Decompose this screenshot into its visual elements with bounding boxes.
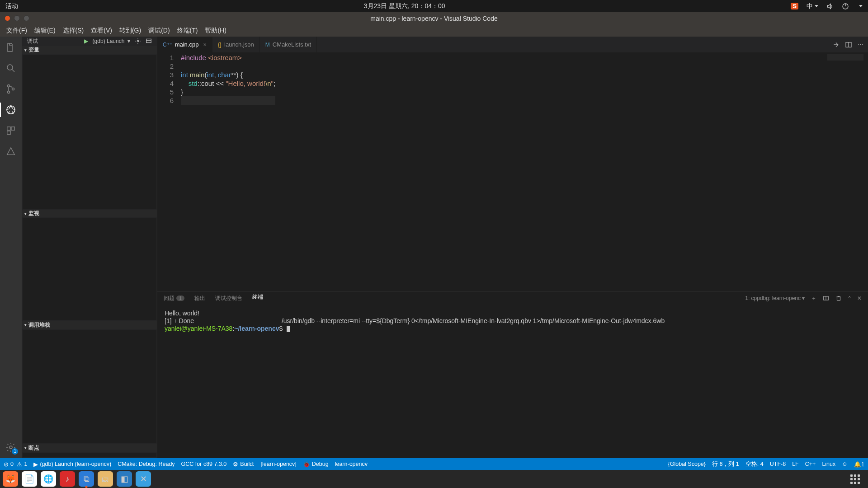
tab-label: main.cpp xyxy=(175,41,199,48)
settings-badge: 1 xyxy=(12,448,18,455)
debug-icon[interactable] xyxy=(5,103,17,116)
status-feedback-icon[interactable]: ☺ xyxy=(842,461,848,467)
callstack-section-header[interactable]: ▾调用堆栈 xyxy=(22,321,157,329)
debug-console-tab[interactable]: 调试控制台 xyxy=(215,295,242,302)
window-titlebar: main.cpp - learn-opencv - Visual Studio … xyxy=(0,12,868,24)
start-debug-button[interactable]: ▶ xyxy=(84,38,88,44)
terminal-tab[interactable]: 终端 xyxy=(252,293,263,303)
status-os[interactable]: Linux xyxy=(822,461,835,467)
svg-point-11 xyxy=(9,446,12,449)
dock: 🦊📄🌐♪⧉🗂◧✕ xyxy=(0,470,868,488)
extensions-icon[interactable] xyxy=(5,124,17,137)
dock-app2[interactable]: ✕ xyxy=(136,471,151,487)
dock-chrome[interactable]: 🌐 xyxy=(41,471,56,487)
status-errors[interactable]: ⊘ 0 ⚠ 1 xyxy=(4,461,27,468)
status-kit[interactable]: GCC for c89 7.3.0 xyxy=(181,461,227,467)
editor-tab[interactable]: {}launch.json xyxy=(212,37,260,52)
split-terminal-icon[interactable] xyxy=(823,295,829,301)
menu-item[interactable]: 查看(V) xyxy=(87,27,116,35)
svg-point-12 xyxy=(137,41,139,42)
svg-point-2 xyxy=(7,65,13,70)
editor-tab[interactable]: MCMakeLists.txt xyxy=(260,37,317,52)
debug-console-toggle-icon[interactable] xyxy=(146,38,152,44)
dock-files[interactable]: 🗂 xyxy=(98,471,113,487)
explorer-icon[interactable] xyxy=(5,41,17,54)
terminal-output[interactable]: Hello, world! [1] + Done /usr/bin/gdb --… xyxy=(157,305,868,458)
window-minimize-button[interactable] xyxy=(14,15,20,21)
kill-terminal-icon[interactable] xyxy=(835,295,842,301)
menu-item[interactable]: 终端(T) xyxy=(174,27,202,35)
status-bell-icon[interactable]: 🔔1 xyxy=(854,461,864,468)
close-tab-icon[interactable]: × xyxy=(203,41,207,48)
debug-sidebar: 调试 ▶ (gdb) Launch ▾ ▾变量 ▾监视 ▾调用堆栈 ▾断点 xyxy=(22,37,157,458)
minimap[interactable] xyxy=(818,52,868,291)
status-indent[interactable]: 空格: 4 xyxy=(745,460,764,468)
status-target[interactable]: [learn-opencv] xyxy=(261,461,297,467)
terminal-select[interactable]: 1: cppdbg: learn-openc ▾ xyxy=(745,295,805,301)
menu-item[interactable]: 帮助(H) xyxy=(201,27,230,35)
editor-tab[interactable]: C⁺⁺main.cpp× xyxy=(157,37,212,52)
output-tab[interactable]: 输出 xyxy=(194,295,205,302)
ime-indicator[interactable]: S xyxy=(791,3,798,9)
status-scope[interactable]: {Global Scope} xyxy=(668,461,706,467)
status-eol[interactable]: LF xyxy=(792,461,799,467)
settings-gear-icon[interactable]: 1 xyxy=(5,441,17,454)
language-indicator[interactable]: 中 xyxy=(807,2,818,10)
window-title: main.cpp - learn-opencv - Visual Studio … xyxy=(0,15,868,22)
status-language[interactable]: C++ xyxy=(805,461,816,467)
status-encoding[interactable]: UTF-8 xyxy=(770,461,786,467)
dock-netease[interactable]: ♪ xyxy=(60,471,75,487)
dock-firefox[interactable]: 🦊 xyxy=(3,471,18,487)
show-applications-button[interactable] xyxy=(847,471,863,487)
editor-tabs: C⁺⁺main.cpp×{}launch.jsonMCMakeLists.txt… xyxy=(157,37,868,52)
problems-tab[interactable]: 问题1 xyxy=(164,295,184,302)
menu-item[interactable]: 文件(F) xyxy=(3,27,31,35)
status-debug[interactable]: 🐞 Debug xyxy=(303,461,329,468)
status-launch-config[interactable]: ▶ (gdb) Launch (learn-opencv) xyxy=(33,461,111,468)
svg-rect-9 xyxy=(11,127,14,130)
volume-icon[interactable] xyxy=(826,3,834,10)
bottom-panel: 问题1 输出 调试控制台 终端 1: cppdbg: learn-openc ▾… xyxy=(157,291,868,458)
gnome-top-bar: 活动 3月23日 星期六, 20：04：00 S 中 xyxy=(0,0,868,12)
sidebar-title: 调试 xyxy=(27,38,38,45)
window-maximize-button[interactable] xyxy=(24,15,29,21)
menu-item[interactable]: 调试(D) xyxy=(145,27,173,35)
editor-area: C⁺⁺main.cpp×{}launch.jsonMCMakeLists.txt… xyxy=(157,37,868,458)
system-menu-chevron[interactable] xyxy=(857,5,863,7)
close-panel-icon[interactable]: ✕ xyxy=(857,295,862,301)
status-build[interactable]: ⚙ Build: xyxy=(233,461,254,468)
svg-point-4 xyxy=(8,85,10,87)
menu-bar: 文件(F)编辑(E)选择(S)查看(V)转到(G)调试(D)终端(T)帮助(H) xyxy=(0,24,868,37)
dock-vscode[interactable]: ⧉ xyxy=(79,471,94,487)
clock[interactable]: 3月23日 星期六, 20：04：00 xyxy=(364,2,445,10)
code-editor[interactable]: 123456 #include <iostream>int main(int, … xyxy=(157,52,868,291)
new-terminal-icon[interactable]: ＋ xyxy=(811,295,816,302)
split-editor-icon[interactable] xyxy=(845,41,852,48)
power-icon[interactable] xyxy=(842,3,849,10)
launch-config-select[interactable]: (gdb) Launch ▾ xyxy=(93,38,130,44)
breakpoints-section-header[interactable]: ▾断点 xyxy=(22,444,157,452)
dock-libreoffice[interactable]: 📄 xyxy=(22,471,37,487)
file-icon: M xyxy=(265,42,270,48)
dock-app1[interactable]: ◧ xyxy=(117,471,132,487)
status-cursor-pos[interactable]: 行 6，列 1 xyxy=(712,460,739,468)
menu-item[interactable]: 选择(S) xyxy=(59,27,88,35)
activities-button[interactable]: 活动 xyxy=(5,2,18,10)
compare-changes-icon[interactable] xyxy=(832,41,840,48)
menu-item[interactable]: 转到(G) xyxy=(116,27,145,35)
more-actions-icon[interactable]: ⋯ xyxy=(858,41,863,48)
status-debug-target[interactable]: learn-opencv xyxy=(335,461,368,467)
cmake-icon[interactable] xyxy=(5,145,17,158)
variables-section-header[interactable]: ▾变量 xyxy=(22,46,157,54)
system-tray: S 中 xyxy=(791,2,863,10)
search-icon[interactable] xyxy=(5,62,17,75)
svg-point-5 xyxy=(8,91,10,94)
tab-label: launch.json xyxy=(224,41,254,48)
source-control-icon[interactable] xyxy=(5,83,17,95)
watch-section-header[interactable]: ▾监视 xyxy=(22,210,157,218)
maximize-panel-icon[interactable]: ^ xyxy=(848,295,851,301)
debug-settings-icon[interactable] xyxy=(135,38,141,44)
status-cmake[interactable]: CMake: Debug: Ready xyxy=(118,461,175,467)
menu-item[interactable]: 编辑(E) xyxy=(31,27,59,35)
window-close-button[interactable] xyxy=(5,15,10,21)
